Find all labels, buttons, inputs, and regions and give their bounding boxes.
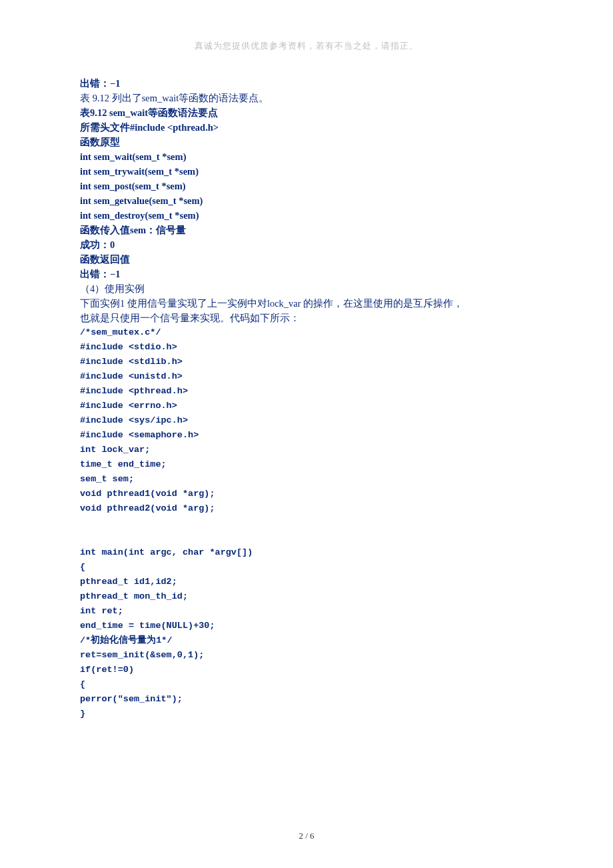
text-line: int sem_destroy(sem_t *sem)	[80, 208, 533, 223]
code-line: end_time = time(NULL)+30;	[80, 619, 533, 633]
text-line: 函数原型	[80, 135, 533, 149]
code-line: time_t end_time;	[80, 457, 533, 472]
code-line: #include <stdio.h>	[80, 340, 533, 355]
blank-line	[80, 531, 533, 545]
code-line: perror("sem_init");	[80, 692, 533, 707]
code-line: void pthread2(void *arg);	[80, 501, 533, 516]
code-line: #include <unistd.h>	[80, 369, 533, 384]
text-line: 所需头文件#include <pthread.h>	[80, 120, 533, 135]
text-line: 出错：−1	[80, 76, 533, 91]
code-line: int ret;	[80, 604, 533, 619]
text-line: 表9.12 sem_wait等函数语法要点	[80, 105, 533, 120]
content-area: 出错：−1表 9.12 列出了sem_wait等函数的语法要点。表9.12 se…	[80, 76, 533, 721]
text-line: 出错：−1	[80, 267, 533, 281]
code-line: #include <pthread.h>	[80, 384, 533, 399]
blank-line	[80, 516, 533, 531]
code-line: sem_t sem;	[80, 472, 533, 487]
header-note: 真诚为您提供优质参考资料，若有不当之处，请指正。	[80, 40, 533, 52]
text-line: 下面实例1 使用信号量实现了上一实例中对lock_var 的操作，在这里使用的是…	[80, 296, 533, 311]
code-line: void pthread1(void *arg);	[80, 487, 533, 501]
text-line: 也就是只使用一个信号量来实现。代码如下所示：	[80, 311, 533, 325]
text-line: 函数传入值sem：信号量	[80, 223, 533, 237]
code-line: #include <stdlib.h>	[80, 355, 533, 369]
code-line: #include <errno.h>	[80, 399, 533, 413]
text-line: int sem_post(sem_t *sem)	[80, 179, 533, 193]
text-line: （4）使用实例	[80, 281, 533, 296]
code-line: /*sem_mutex.c*/	[80, 325, 533, 340]
text-line: int sem_getvalue(sem_t *sem)	[80, 193, 533, 208]
text-line: int sem_wait(sem_t *sem)	[80, 149, 533, 164]
code-line: {	[80, 560, 533, 575]
code-line: int main(int argc, char *argv[])	[80, 545, 533, 560]
code-line: }	[80, 707, 533, 721]
code-line: ret=sem_init(&sem,0,1);	[80, 648, 533, 663]
page-number: 2 / 6	[0, 831, 613, 841]
text-line: 表 9.12 列出了sem_wait等函数的语法要点。	[80, 91, 533, 105]
text-line: 函数返回值	[80, 252, 533, 267]
document-page: 真诚为您提供优质参考资料，若有不当之处，请指正。 出错：−1表 9.12 列出了…	[0, 0, 613, 868]
code-line: int lock_var;	[80, 443, 533, 457]
code-line: if(ret!=0)	[80, 663, 533, 677]
text-line: 成功：0	[80, 237, 533, 252]
text-line: int sem_trywait(sem_t *sem)	[80, 164, 533, 179]
code-line: /*初始化信号量为1*/	[80, 633, 533, 648]
code-line: #include <sys/ipc.h>	[80, 413, 533, 428]
code-line: {	[80, 677, 533, 692]
code-line: #include <semaphore.h>	[80, 428, 533, 443]
code-line: pthread_t mon_th_id;	[80, 589, 533, 604]
code-line: pthread_t id1,id2;	[80, 575, 533, 589]
